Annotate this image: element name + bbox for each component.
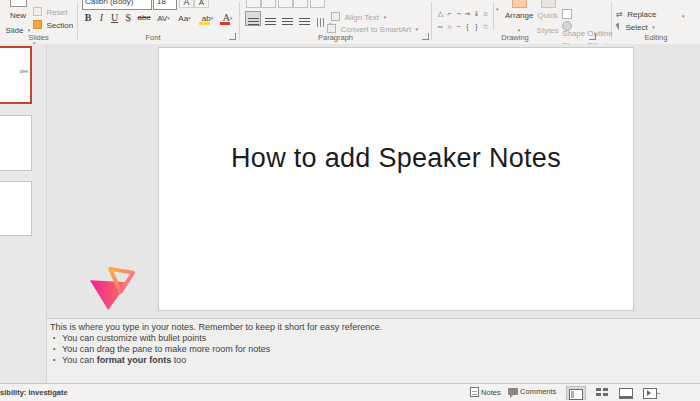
increase-font-size-button[interactable]: A (179, 0, 194, 8)
view-reading-button[interactable] (616, 386, 636, 400)
shape-outline-button[interactable]: Shape Outline ▾ (562, 4, 612, 14)
columns-icon (317, 18, 325, 27)
slide-thumbnail-3[interactable] (0, 181, 32, 236)
bold-button[interactable]: B (81, 10, 95, 27)
align-right-icon (282, 18, 293, 27)
bullet-icon: • (53, 345, 55, 352)
numbering-button[interactable] (261, 0, 276, 8)
select-label: Select (625, 23, 647, 32)
shapes-gallery-more-button[interactable]: ▾ (493, 2, 504, 30)
arrange-icon (512, 0, 527, 8)
strikethrough-button[interactable]: abc (135, 10, 153, 27)
view-normal-button[interactable] (566, 386, 586, 400)
section-label: Section (46, 21, 73, 30)
zoom-out-button[interactable]: – (656, 388, 660, 397)
slide-thumbnail-2[interactable] (0, 115, 32, 171)
align-right-button[interactable] (279, 11, 295, 26)
slide-editing-area[interactable]: How to add Speaker Notes (158, 47, 634, 311)
chevron-down-icon: ▾ (416, 26, 419, 32)
new-slide-button[interactable]: New Slide ▾ (3, 0, 33, 31)
shape-right-brace-icon[interactable]: } (472, 20, 481, 33)
underline-button[interactable]: U (108, 10, 121, 27)
align-left-button[interactable] (245, 11, 261, 26)
shape-arc-icon[interactable]: ∩ (445, 20, 454, 33)
bullets-button[interactable] (246, 0, 261, 8)
shapes-gallery[interactable]: △⌐¬⇒⇓⌂ ∾∩~{}☆ (436, 2, 492, 30)
character-spacing-button[interactable]: AV▾ (153, 10, 174, 27)
replace-button[interactable]: ⇄ Replace (616, 3, 674, 14)
drawing-group-label: Drawing (432, 33, 598, 42)
convert-to-smartart-button[interactable]: Convert to SmartArt ▾ (327, 18, 427, 28)
align-left-icon (248, 18, 259, 27)
justify-button[interactable] (296, 11, 312, 26)
notes-bullet-3[interactable]: You can format your fonts too (62, 355, 186, 365)
bullet-icon: • (53, 356, 55, 363)
quick-styles-button[interactable]: Quick Styles ▾ (534, 0, 561, 28)
underline-glyph: U (111, 12, 118, 23)
notes-bullet-2[interactable]: You can drag the pane to make more room … (62, 344, 270, 354)
align-text-button[interactable]: Align Text ▾ (331, 6, 403, 16)
select-button[interactable]: Select ▾ (617, 16, 665, 27)
brand-logo-triangles (88, 266, 136, 311)
slide-title-text[interactable]: How to add Speaker Notes (159, 143, 633, 174)
justify-icon (299, 18, 310, 27)
change-case-glyph: Aa (178, 14, 188, 23)
shape-left-brace-icon[interactable]: { (463, 20, 472, 33)
decrease-font-size-glyph: A (199, 0, 204, 7)
notes-bullet-3-bold: format your fonts (97, 355, 172, 365)
ribbon: New Slide ▾ Reset Section ▾ Slides Calib… (0, 0, 700, 45)
text-shadow-button[interactable]: S (121, 10, 135, 27)
editing-group-label: Editing (612, 33, 700, 42)
change-case-button[interactable]: Aa▾ (174, 10, 195, 27)
text-highlight-color-button[interactable]: ab▾ (197, 10, 218, 27)
shape-effects-button[interactable]: Shape Effects ▾ (562, 16, 612, 26)
notes-bullet-3-post: too (171, 355, 186, 365)
character-spacing-glyph: AV (157, 14, 167, 23)
shape-scribble-icon[interactable]: ∾ (436, 20, 445, 33)
increase-indent-button[interactable] (293, 0, 308, 8)
decrease-indent-button[interactable] (278, 0, 293, 8)
select-cursor-icon (616, 22, 623, 30)
replace-dropdown-button[interactable]: ▾ (682, 5, 694, 14)
comments-toggle-button[interactable]: Comments (508, 387, 556, 396)
minus-icon: – (656, 388, 660, 397)
arrange-button[interactable]: Arrange ▾ (505, 0, 533, 28)
bullet-icon: • (53, 334, 55, 341)
status-bar: Accessibility: Investigate Notes Comment… (0, 383, 700, 401)
shape-star-icon[interactable]: ☆ (481, 20, 490, 33)
font-name-combobox[interactable]: Calibri (Body) (82, 0, 152, 10)
font-size-combobox[interactable]: 18 (153, 0, 177, 10)
reset-button[interactable]: Reset (33, 1, 75, 13)
line-spacing-button[interactable] (310, 0, 325, 8)
comments-bubble-icon (508, 388, 518, 395)
notes-toggle-button[interactable]: Notes (470, 387, 501, 397)
gallery-more-icon: ▾ (496, 6, 499, 12)
slideshow-icon (643, 388, 657, 399)
thumbnail-title-fragment: otes (19, 69, 28, 74)
notes-bullet-1[interactable]: You can customize with bullet points (62, 333, 206, 343)
italic-button[interactable]: I (95, 10, 108, 27)
decrease-font-size-button[interactable]: A (194, 0, 209, 8)
slide-thumbnail-1-selected[interactable]: otes (0, 46, 32, 104)
view-slide-sorter-button[interactable] (592, 386, 612, 400)
notes-bullet-3-pre: You can (62, 355, 97, 365)
paragraph-dialog-launcher-icon[interactable] (422, 33, 429, 40)
italic-glyph: I (100, 12, 103, 23)
font-dialog-launcher-icon[interactable] (229, 33, 236, 40)
drawing-dialog-launcher-icon[interactable] (589, 33, 596, 40)
strikethrough-glyph: abc (138, 13, 151, 22)
new-slide-icon (10, 0, 27, 7)
section-folder-icon (33, 20, 42, 29)
accessibility-status[interactable]: Accessibility: Investigate (0, 388, 110, 397)
section-button[interactable]: Section ▾ (33, 14, 79, 27)
font-size-value: 18 (157, 0, 166, 6)
chevron-down-icon: ▾ (682, 13, 685, 19)
chevron-down-icon: ▾ (167, 15, 170, 21)
align-center-button[interactable] (262, 11, 278, 26)
font-color-button[interactable]: A▾ (218, 10, 237, 27)
notes-pane[interactable]: This is where you type in your notes. Re… (47, 318, 700, 383)
notes-intro-line[interactable]: This is where you type in your notes. Re… (50, 322, 382, 332)
increase-font-size-glyph: A (183, 0, 189, 7)
shape-curve-icon[interactable]: ~ (454, 20, 463, 33)
chevron-down-icon: ▾ (188, 15, 191, 21)
